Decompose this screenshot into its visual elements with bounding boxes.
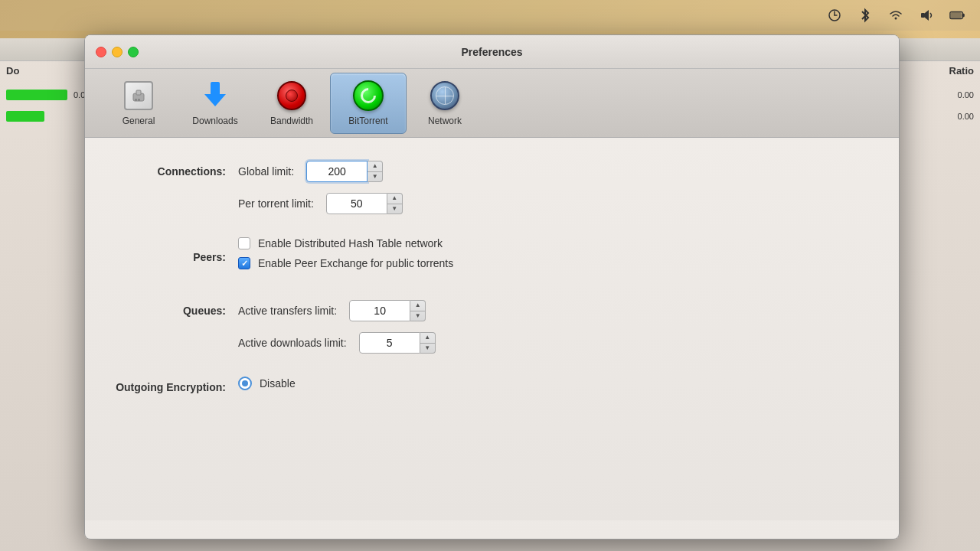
battery-icon: [949, 8, 965, 23]
svg-rect-10: [138, 99, 140, 101]
disable-radio[interactable]: [238, 377, 252, 390]
dht-label: Enable Distributed Hash Table network: [258, 237, 443, 249]
global-limit-up[interactable]: ▲: [368, 161, 382, 171]
bg-progress-bar-1: [6, 90, 67, 100]
pex-checkbox[interactable]: [238, 257, 250, 269]
queues-label: Queues:: [116, 305, 238, 317]
general-label: General: [122, 116, 155, 126]
active-downloads-input[interactable]: [359, 332, 420, 354]
global-limit-row: Connections: Global limit: ▲ ▼: [116, 161, 868, 182]
network-icon-graphic: [430, 81, 459, 110]
network-label: Network: [428, 116, 462, 126]
preferences-window: Preferences General: [84, 34, 900, 540]
bg-ratio-val-1: 0.00: [958, 90, 974, 99]
close-button[interactable]: [96, 47, 106, 57]
peers-label: Peers:: [116, 251, 238, 263]
window-controls: [96, 47, 139, 57]
active-transfers-up[interactable]: ▲: [410, 301, 425, 311]
svg-marker-12: [204, 94, 226, 106]
disable-label: Disable: [260, 377, 296, 390]
bg-col-ratio: Ratio: [934, 61, 980, 80]
per-torrent-label: Per torrent limit:: [238, 197, 314, 210]
per-torrent-down[interactable]: ▼: [387, 204, 402, 214]
bittorrent-icon-graphic: [353, 80, 384, 111]
pex-label: Enable Peer Exchange for public torrents: [258, 257, 453, 269]
pex-row: Enable Peer Exchange for public torrents: [238, 257, 453, 269]
downloads-icon: [200, 80, 230, 111]
svg-rect-11: [211, 82, 220, 96]
toolbar-item-downloads[interactable]: Downloads: [177, 73, 253, 134]
general-icon-graphic: [124, 81, 153, 110]
queues-section: Queues: Active transfers limit: ▲ ▼ Acti…: [116, 300, 868, 354]
encryption-options: Disable: [238, 377, 296, 398]
wifi-icon: [888, 8, 903, 23]
per-torrent-limit-row: Per torrent limit: ▲ ▼: [116, 193, 868, 214]
connections-label: Connections:: [116, 165, 238, 178]
toolbar-item-network[interactable]: Network: [407, 73, 483, 134]
downloads-label: Downloads: [192, 116, 237, 126]
globe-graphic: [436, 86, 454, 105]
global-limit-input-wrapper: ▲ ▼: [306, 161, 383, 182]
svg-rect-6: [951, 13, 961, 18]
active-downloads-down[interactable]: ▼: [420, 344, 435, 354]
svg-rect-9: [135, 99, 137, 101]
per-torrent-stepper: ▲ ▼: [387, 193, 403, 214]
active-downloads-input-wrapper: ▲ ▼: [359, 332, 436, 354]
active-downloads-row: Active downloads limit: ▲ ▼: [116, 332, 868, 354]
global-limit-input[interactable]: [306, 161, 368, 182]
dht-row: Enable Distributed Hash Table network: [238, 237, 453, 249]
bittorrent-label: BitTorrent: [348, 116, 387, 126]
bluetooth-icon: [858, 8, 873, 23]
outgoing-encryption-section: Outgoing Encryption: Disable: [116, 377, 868, 398]
active-transfers-stepper: ▲ ▼: [410, 300, 426, 321]
active-transfers-input-wrapper: ▲ ▼: [349, 300, 426, 321]
content-area: Connections: Global limit: ▲ ▼ Per torre…: [85, 138, 899, 520]
bg-col-do: Do: [0, 61, 84, 80]
window-title: Preferences: [461, 46, 522, 58]
toolbar-item-bittorrent[interactable]: BitTorrent: [330, 73, 407, 134]
audio-icon: [919, 8, 934, 23]
bittorrent-inner: [358, 84, 379, 106]
encryption-label: Outgoing Encryption:: [116, 381, 238, 393]
time-machine-icon: [827, 8, 842, 23]
toolbar-item-general[interactable]: General: [100, 73, 177, 134]
dht-checkbox[interactable]: [238, 237, 250, 249]
active-transfers-down[interactable]: ▼: [410, 311, 425, 321]
bandwidth-icon: [276, 80, 307, 111]
encryption-row: Outgoing Encryption: Disable: [116, 377, 868, 398]
peers-section: Peers: Enable Distributed Hash Table net…: [116, 237, 868, 277]
toolbar: General Downloads Bandwidth: [85, 69, 899, 138]
svg-rect-5: [962, 14, 964, 17]
svg-rect-3: [921, 13, 925, 18]
bandwidth-icon-graphic: [277, 81, 306, 110]
general-icon: [123, 80, 154, 111]
global-limit-label: Global limit:: [238, 165, 294, 178]
per-torrent-input[interactable]: [326, 193, 387, 214]
bg-progress-bar-2: [6, 111, 44, 122]
global-limit-down[interactable]: ▼: [368, 172, 382, 182]
bg-ratio-val-2: 0.00: [958, 112, 974, 121]
disable-radio-row: Disable: [238, 377, 296, 390]
active-transfers-label: Active transfers limit:: [238, 305, 337, 317]
per-torrent-input-wrapper: ▲ ▼: [326, 193, 403, 214]
active-downloads-label: Active downloads limit:: [238, 337, 347, 349]
peers-row: Peers: Enable Distributed Hash Table net…: [116, 237, 868, 277]
titlebar: Preferences: [85, 35, 899, 69]
macos-topbar: [0, 0, 980, 31]
bandwidth-label: Bandwidth: [270, 116, 313, 126]
peers-checkboxes: Enable Distributed Hash Table network En…: [238, 237, 453, 277]
connections-section: Connections: Global limit: ▲ ▼ Per torre…: [116, 161, 868, 214]
svg-rect-8: [136, 90, 141, 95]
maximize-button[interactable]: [128, 47, 139, 57]
active-downloads-up[interactable]: ▲: [420, 333, 435, 343]
active-transfers-row: Queues: Active transfers limit: ▲ ▼: [116, 300, 868, 321]
minimize-button[interactable]: [112, 47, 122, 57]
bittorrent-icon: [353, 80, 384, 111]
network-icon: [430, 80, 460, 111]
active-transfers-input[interactable]: [349, 300, 410, 321]
toolbar-item-bandwidth[interactable]: Bandwidth: [253, 73, 330, 134]
per-torrent-up[interactable]: ▲: [387, 194, 402, 204]
active-downloads-stepper: ▲ ▼: [420, 332, 436, 354]
global-limit-stepper: ▲ ▼: [368, 161, 383, 182]
